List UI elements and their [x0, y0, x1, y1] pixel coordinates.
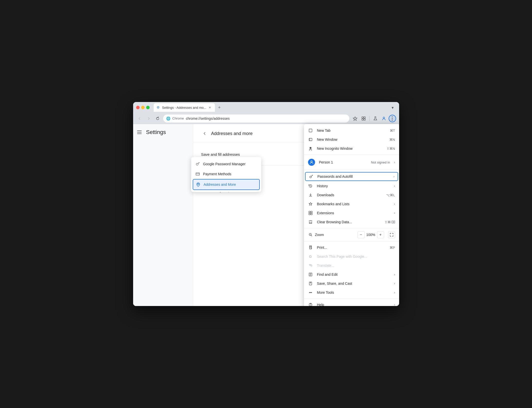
- new-tab-shortcut: ⌘T: [390, 129, 395, 132]
- forward-button[interactable]: [145, 115, 152, 122]
- menu-item-new-tab[interactable]: New Tab ⌘T: [304, 126, 399, 135]
- svg-marker-19: [309, 202, 312, 205]
- bookmarks-chevron-icon: ›: [394, 202, 395, 206]
- address-bar[interactable]: 🌐 Chrome chrome://settings/addresses: [163, 114, 349, 122]
- hamburger-menu-icon[interactable]: [137, 129, 143, 135]
- back-button[interactable]: [136, 115, 143, 122]
- new-tab-button[interactable]: +: [216, 104, 223, 111]
- bookmark-star-button[interactable]: [351, 115, 359, 122]
- svg-point-14: [309, 150, 312, 151]
- downloads-label: Downloads: [317, 193, 382, 197]
- search-page-label: Search This Page with Google...: [317, 254, 395, 258]
- traffic-lights: [136, 106, 150, 109]
- person-chevron-icon: ›: [394, 160, 395, 164]
- print-label: Print...: [317, 246, 386, 250]
- menu-item-find-edit[interactable]: Find and Edit ›: [304, 270, 399, 279]
- clear-browsing-label: Clear Browsing Data...: [317, 220, 381, 224]
- menu-item-downloads[interactable]: Downloads ⌥⌘L: [304, 190, 399, 200]
- toolbar-divider: [369, 116, 370, 121]
- new-window-icon: [308, 137, 313, 142]
- svg-rect-23: [311, 213, 312, 215]
- settings-title: Settings: [146, 129, 166, 136]
- fullscreen-button[interactable]: [388, 231, 395, 238]
- svg-rect-20: [309, 211, 310, 213]
- browser-window: ⚙ Settings - Addresses and mo... ✕ + ▾: [133, 102, 399, 306]
- person-item[interactable]: Person 1 Not signed in ›: [304, 156, 399, 168]
- address-url: chrome://settings/addresses: [186, 116, 230, 120]
- menu-item-help[interactable]: Help ›: [304, 300, 399, 306]
- zoom-minus-button[interactable]: −: [358, 231, 365, 238]
- history-icon: [308, 184, 313, 188]
- active-tab[interactable]: ⚙ Settings - Addresses and mo... ✕: [154, 103, 215, 112]
- passwords-chevron-icon: ›: [394, 175, 395, 178]
- settings-title-row: Settings: [133, 129, 193, 140]
- submenu-item-password-manager[interactable]: Google Password Manager: [191, 159, 261, 169]
- svg-rect-8: [196, 173, 199, 175]
- svg-point-10: [197, 183, 199, 185]
- menu-item-bookmarks[interactable]: Bookmarks and Lists ›: [304, 200, 399, 208]
- reload-button[interactable]: [154, 115, 161, 122]
- clear-browsing-shortcut: ⇧⌘⌫: [385, 220, 395, 224]
- tab-title: Settings - Addresses and mo...: [162, 106, 206, 110]
- credit-card-icon: [195, 172, 200, 176]
- svg-rect-15: [310, 148, 311, 148]
- menu-item-clear-browsing[interactable]: Clear Browsing Data... ⇧⌘⌫: [304, 218, 399, 226]
- chrome-menu-button[interactable]: ⋮: [389, 115, 396, 122]
- svg-point-45: [310, 306, 311, 306]
- svg-rect-22: [309, 213, 310, 215]
- extensions-label: Extensions: [317, 211, 390, 215]
- menu-item-print[interactable]: Print... ⌘P: [304, 243, 399, 252]
- page-back-button[interactable]: [201, 130, 208, 137]
- tab-close-button[interactable]: ✕: [208, 106, 212, 110]
- chrome-sphere-icon: 🌐: [166, 116, 170, 120]
- location-pin-icon: [196, 182, 201, 187]
- menu-item-extensions[interactable]: Extensions ›: [304, 208, 399, 218]
- menu-item-save-share[interactable]: Save, Share, and Cast ›: [304, 279, 399, 288]
- translate-label: Translate...: [317, 264, 395, 268]
- help-label: Help: [317, 303, 390, 306]
- new-window-label: New Window: [317, 138, 386, 142]
- svg-rect-4: [364, 119, 365, 120]
- print-icon: [308, 245, 313, 250]
- menu-divider-4: [304, 241, 399, 242]
- menu-divider-5: [304, 298, 399, 299]
- downloads-shortcut: ⌥⌘L: [386, 193, 395, 197]
- passwords-autofill-label: Passwords and Autofill: [318, 174, 390, 178]
- menu-item-passwords-autofill[interactable]: Passwords and Autofill ›: [305, 172, 398, 181]
- svg-rect-11: [309, 129, 312, 132]
- bookmarks-star-icon: [308, 202, 313, 206]
- submenu-item-payment-methods[interactable]: Payment Methods: [191, 169, 261, 179]
- menu-item-history[interactable]: History ›: [304, 182, 399, 190]
- close-button[interactable]: [136, 106, 140, 109]
- google-g-icon: G: [308, 254, 313, 259]
- menu-item-incognito[interactable]: New Incognito Window ⇧⌘N: [304, 144, 399, 153]
- menu-item-search-page: G Search This Page with Google...: [304, 252, 399, 261]
- print-shortcut: ⌘P: [390, 246, 395, 250]
- menu-divider-2: [304, 170, 399, 170]
- minimize-button[interactable]: [141, 106, 145, 109]
- profile-button[interactable]: [380, 115, 388, 122]
- maximize-button[interactable]: [146, 106, 150, 109]
- svg-rect-21: [311, 211, 312, 213]
- svg-point-41: [309, 292, 310, 293]
- passwords-submenu: Google Password Manager Payment Methods …: [191, 157, 261, 192]
- submenu-item-addresses[interactable]: Addresses and More: [193, 179, 260, 190]
- menu-item-translate: Translate...: [304, 261, 399, 270]
- svg-rect-12: [309, 138, 312, 141]
- lab-icon-button[interactable]: [372, 115, 379, 122]
- passwords-key-icon: [309, 174, 314, 179]
- submenu-addresses-label: Addresses and More: [204, 182, 236, 186]
- address-prefix: Chrome: [172, 116, 184, 120]
- save-share-icon: [308, 281, 313, 286]
- svg-point-17: [310, 176, 311, 178]
- help-chevron-icon: ›: [394, 303, 395, 306]
- zoom-value: 100%: [366, 233, 376, 237]
- menu-item-more-tools[interactable]: More Tools ›: [304, 288, 399, 297]
- extensions-puzzle-button[interactable]: [360, 115, 367, 122]
- menu-item-new-window[interactable]: New Window ⌘N: [304, 135, 399, 144]
- chevron-down-icon[interactable]: ▾: [389, 104, 396, 111]
- find-edit-label: Find and Edit: [317, 272, 390, 276]
- new-tab-icon: [308, 128, 313, 133]
- zoom-plus-button[interactable]: +: [377, 231, 384, 238]
- page-title: Addresses and more: [211, 131, 253, 136]
